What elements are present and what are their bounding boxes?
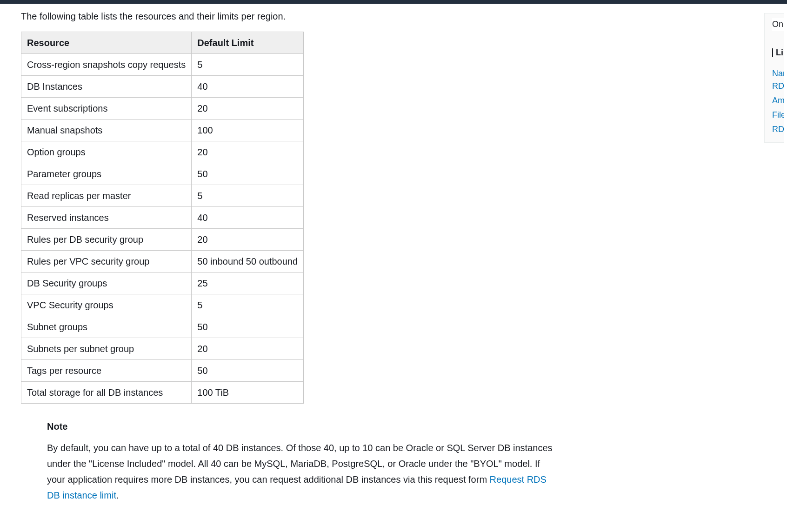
side-link-rds2[interactable]: RDS: [772, 123, 784, 136]
table-row: Read replicas per master5: [21, 185, 304, 207]
cell-resource: DB Security groups: [21, 273, 192, 294]
cell-limit: 40: [192, 207, 304, 229]
table-row: Reserved instances40: [21, 207, 304, 229]
cell-limit: 20: [192, 141, 304, 163]
cell-limit: 20: [192, 229, 304, 251]
side-link-naming[interactable]: Naming Constraints in Amazon RDS: [772, 67, 784, 93]
cell-limit: 40: [192, 76, 304, 98]
cell-resource: Parameter groups: [21, 163, 192, 185]
cell-limit: 20: [192, 98, 304, 120]
cell-limit: 5: [192, 185, 304, 207]
note-title: Note: [47, 419, 559, 433]
cell-resource: Option groups: [21, 141, 192, 163]
cell-resource: VPC Security groups: [21, 294, 192, 316]
cell-resource: Reserved instances: [21, 207, 192, 229]
note-text-suffix: .: [116, 490, 119, 500]
cell-resource: Subnet groups: [21, 316, 192, 338]
limits-table: Resource Default Limit Cross-region snap…: [21, 32, 304, 404]
cell-limit: 50: [192, 163, 304, 185]
on-this-page-panel: On this page: Limits in Amazon RDS Namin…: [764, 13, 784, 143]
cell-resource: Event subscriptions: [21, 98, 192, 120]
table-row: Rules per DB security group20: [21, 229, 304, 251]
note-text-prefix: By default, you can have up to a total o…: [47, 443, 553, 485]
table-row: Option groups20: [21, 141, 304, 163]
side-heading: On this page:: [772, 18, 784, 31]
table-row: Tags per resource50: [21, 360, 304, 382]
cell-resource: Read replicas per master: [21, 185, 192, 207]
table-row: Manual snapshots100: [21, 120, 304, 141]
side-separator-icon: [772, 48, 773, 57]
window-topbar: [0, 0, 787, 4]
table-row: Parameter groups50: [21, 163, 304, 185]
cell-resource: DB Instances: [21, 76, 192, 98]
table-row: Event subscriptions20: [21, 98, 304, 120]
table-row: Total storage for all DB instances100 Ti…: [21, 382, 304, 404]
table-row: VPC Security groups5: [21, 294, 304, 316]
table-row: DB Security groups25: [21, 273, 304, 294]
cell-limit: 50: [192, 316, 304, 338]
cell-resource: Manual snapshots: [21, 120, 192, 141]
note-body: By default, you can have up to a total o…: [47, 440, 559, 503]
cell-limit: 100: [192, 120, 304, 141]
cell-limit: 20: [192, 338, 304, 360]
cell-resource: Cross-region snapshots copy requests: [21, 54, 192, 76]
cell-resource: Total storage for all DB instances: [21, 382, 192, 404]
intro-text: The following table lists the resources …: [21, 9, 784, 23]
col-header-limit: Default Limit: [192, 32, 304, 54]
cell-limit: 5: [192, 294, 304, 316]
cell-limit: 5: [192, 54, 304, 76]
table-row: Subnet groups50: [21, 316, 304, 338]
table-row: DB Instances40: [21, 76, 304, 98]
col-header-resource: Resource: [21, 32, 192, 54]
cell-limit: 25: [192, 273, 304, 294]
table-row: Cross-region snapshots copy requests5: [21, 54, 304, 76]
side-link-rds[interactable]: Amazon RDS: [772, 94, 784, 107]
table-row: Subnets per subnet group20: [21, 338, 304, 360]
cell-resource: Rules per VPC security group: [21, 251, 192, 273]
cell-resource: Tags per resource: [21, 360, 192, 382]
doc-page: The following table lists the resources …: [0, 4, 784, 522]
cell-resource: Rules per DB security group: [21, 229, 192, 251]
cell-limit: 100 TiB: [192, 382, 304, 404]
table-row: Rules per VPC security group50 inbound 5…: [21, 251, 304, 273]
note-container: Note By default, you can have up to a to…: [47, 419, 559, 503]
cell-limit: 50: [192, 360, 304, 382]
cell-resource: Subnets per subnet group: [21, 338, 192, 360]
cell-limit: 50 inbound 50 outbound: [192, 251, 304, 273]
side-link-filesize[interactable]: File Size Limits in Amazon RDS: [772, 109, 784, 121]
table-header-row: Resource Default Limit: [21, 32, 304, 54]
side-current: Limits in Amazon RDS: [776, 47, 784, 59]
